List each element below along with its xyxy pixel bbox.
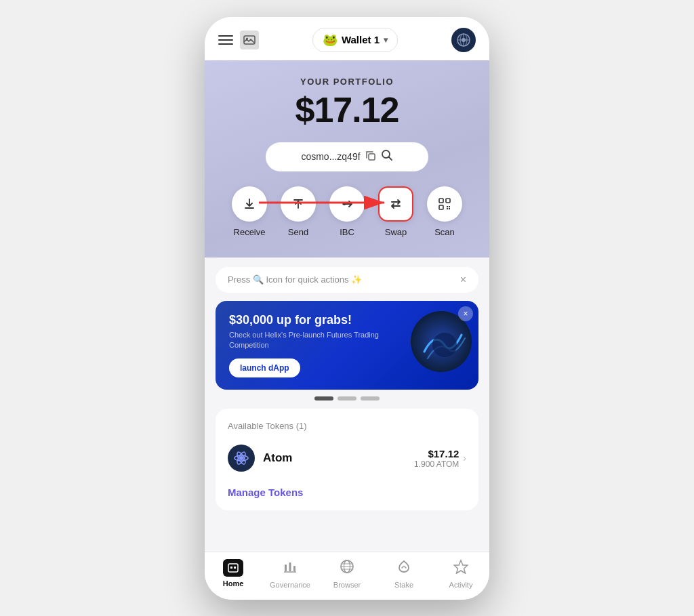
browser-icon — [340, 559, 354, 578]
svg-rect-21 — [447, 206, 448, 207]
svg-rect-24 — [449, 208, 450, 209]
send-icon — [281, 186, 316, 222]
svg-rect-19 — [446, 199, 450, 203]
ibc-button[interactable]: IBC — [323, 186, 371, 237]
token-right: $17.12 1.900 ATOM › — [414, 448, 466, 469]
receive-label: Receive — [234, 227, 266, 237]
svg-rect-20 — [439, 205, 443, 209]
swap-label: Swap — [385, 227, 407, 237]
banner-section: $30,000 up for grabs! Check out Helix's … — [216, 301, 478, 401]
svg-rect-7 — [369, 154, 375, 160]
stake-nav-label: Stake — [394, 581, 413, 589]
svg-marker-43 — [454, 560, 468, 573]
receive-icon — [232, 186, 267, 222]
copy-icon[interactable] — [366, 151, 375, 163]
token-amount: 1.900 ATOM — [414, 459, 459, 469]
swap-icon — [378, 186, 413, 222]
nav-browser[interactable]: Browser — [327, 559, 367, 589]
portfolio-section: YOUR PORTFOLIO $17.12 cosmo...zq49f — [205, 60, 489, 258]
search-icon[interactable] — [381, 149, 393, 165]
home-icon — [223, 559, 243, 577]
activity-icon — [453, 559, 468, 578]
scan-label: Scan — [434, 227, 455, 237]
header-left — [218, 30, 259, 49]
token-chevron-icon: › — [463, 453, 466, 464]
banner-dots — [216, 396, 478, 401]
dot-3 — [361, 396, 380, 401]
portfolio-amount: $17.12 — [218, 89, 476, 130]
token-usd: $17.12 — [414, 448, 459, 459]
header: 🐸 Wallet 1 ▾ — [205, 17, 489, 60]
nav-governance[interactable]: Governance — [270, 559, 310, 589]
svg-rect-32 — [230, 567, 232, 569]
banner-subtitle: Check out Helix's Pre-launch Futures Tra… — [229, 330, 404, 351]
tokens-section: Available Tokens (1) Atom — [216, 409, 478, 510]
image-icon[interactable] — [240, 30, 259, 49]
banner-left: $30,000 up for grabs! Check out Helix's … — [229, 313, 404, 378]
receive-button[interactable]: Receive — [225, 186, 274, 237]
banner-graphic — [404, 318, 465, 372]
dot-1 — [314, 396, 333, 401]
token-left: Atom — [228, 445, 292, 472]
tokens-header: Available Tokens (1) — [228, 421, 466, 431]
send-label: Send — [288, 227, 308, 237]
portfolio-label: YOUR PORTFOLIO — [218, 77, 476, 87]
wallet-name: Wallet 1 — [342, 34, 380, 45]
send-button[interactable]: Send — [274, 186, 323, 237]
quick-actions-close-button[interactable]: × — [460, 274, 466, 286]
token-row[interactable]: Atom $17.12 1.900 ATOM › — [228, 440, 466, 476]
spacer — [205, 510, 489, 524]
quick-actions-text: Press 🔍 Icon for quick actions ✨ — [228, 274, 362, 285]
quick-actions-bar: Press 🔍 Icon for quick actions ✨ × — [216, 267, 478, 293]
network-icon[interactable] — [451, 28, 476, 52]
address-bar: cosmo...zq49f — [266, 142, 428, 171]
svg-rect-34 — [285, 564, 287, 571]
phone-frame: 🐸 Wallet 1 ▾ YOUR PORTFOLIO $17.12 cosmo… — [205, 17, 489, 600]
banner-card: $30,000 up for grabs! Check out Helix's … — [216, 301, 478, 390]
dot-2 — [338, 396, 356, 401]
atom-icon — [228, 445, 255, 472]
bottom-nav: Home Governance — [205, 552, 489, 600]
wallet-address: cosmo...zq49f — [301, 151, 360, 162]
nav-stake[interactable]: Stake — [384, 559, 424, 589]
svg-rect-36 — [293, 566, 295, 571]
svg-point-27 — [239, 456, 243, 460]
svg-line-9 — [388, 157, 392, 160]
svg-rect-33 — [234, 567, 236, 569]
hamburger-menu-icon[interactable] — [218, 35, 233, 45]
token-value: $17.12 1.900 ATOM — [414, 448, 459, 469]
activity-nav-label: Activity — [449, 581, 473, 589]
wallet-emoji: 🐸 — [323, 33, 338, 47]
svg-rect-23 — [447, 208, 448, 209]
governance-icon — [283, 559, 298, 578]
chevron-down-icon: ▾ — [384, 35, 388, 45]
svg-point-26 — [432, 333, 457, 357]
launch-dapp-button[interactable]: launch dApp — [229, 358, 300, 377]
svg-point-17 — [343, 203, 346, 205]
stake-icon — [396, 559, 411, 578]
scan-button[interactable]: Scan — [420, 186, 469, 237]
token-name: Atom — [263, 451, 292, 465]
swap-button[interactable]: Swap — [371, 186, 420, 237]
banner-title: $30,000 up for grabs! — [229, 313, 404, 327]
scan-icon — [427, 186, 462, 222]
nav-home[interactable]: Home — [213, 559, 253, 589]
svg-rect-22 — [449, 206, 450, 207]
banner-close-button[interactable]: × — [458, 306, 473, 321]
ibc-icon — [329, 186, 365, 222]
wallet-selector[interactable]: 🐸 Wallet 1 ▾ — [312, 28, 398, 52]
svg-rect-35 — [289, 562, 291, 571]
ibc-label: IBC — [340, 227, 354, 237]
content-scroll: YOUR PORTFOLIO $17.12 cosmo...zq49f — [205, 60, 489, 552]
manage-tokens-button[interactable]: Manage Tokens — [228, 487, 466, 498]
svg-rect-31 — [228, 564, 238, 572]
browser-nav-label: Browser — [333, 581, 361, 589]
svg-rect-18 — [439, 199, 443, 203]
action-buttons: Receive Send — [218, 186, 476, 237]
governance-nav-label: Governance — [270, 581, 310, 589]
home-nav-label: Home — [223, 579, 244, 588]
nav-activity[interactable]: Activity — [441, 559, 481, 589]
